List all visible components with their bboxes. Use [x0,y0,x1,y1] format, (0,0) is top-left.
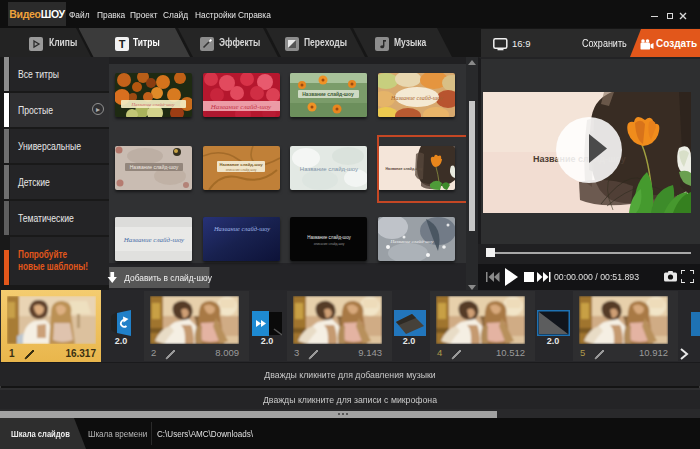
svg-text:Название слайд-шоу: Название слайд-шоу [307,234,351,240]
svg-text:T: T [119,38,126,50]
svg-text:Название слайд-шоу: Название слайд-шоу [130,164,179,170]
svg-text:Название слайд-шоу: Название слайд-шоу [389,239,434,244]
svg-text:Название слайд-шоу: Название слайд-шоу [219,162,263,167]
svg-text:Название слайд-шоу: Название слайд-шоу [300,166,358,172]
svg-text:Название слайд-шоу: Название слайд-шоу [302,91,354,97]
svg-text:описание слайд-шоу: описание слайд-шоу [314,242,345,246]
svg-text:описание слайд шоу: описание слайд шоу [226,168,257,172]
svg-text:Название слайд-шоу: Название слайд-шоу [123,236,185,244]
svg-text:Название слайд-шоу: Название слайд-шоу [130,102,175,107]
svg-text:Название слайд-шоу: Название слайд-шоу [213,225,270,232]
svg-text:Название слайд-шоу: Название слайд-шоу [210,103,272,111]
svg-text:Название слайд-шоу: Название слайд-шоу [390,95,443,101]
